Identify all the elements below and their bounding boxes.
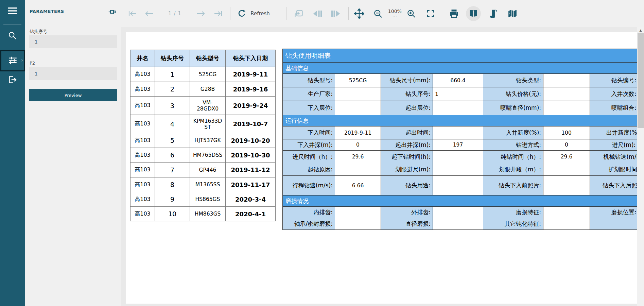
- field-value: [543, 218, 590, 230]
- sidebar-item-exit[interactable]: [0, 71, 25, 90]
- refresh-button[interactable]: Refresh: [237, 9, 270, 18]
- page-info: 1 / 1: [168, 11, 181, 17]
- fullscreen-button[interactable]: [426, 9, 435, 18]
- step-back-button[interactable]: [312, 10, 323, 18]
- scroll-mode-icon: [488, 8, 499, 19]
- zoom-level-dropdown[interactable]: 100% ...: [388, 9, 402, 18]
- field-value: [433, 218, 483, 230]
- field-label: 下入井深(m):: [283, 139, 335, 151]
- field-value: 525CG: [335, 74, 381, 87]
- pan-icon: [354, 8, 364, 19]
- print-icon: [449, 8, 459, 19]
- param-label-1: 钻头序号: [30, 29, 47, 35]
- step-forward-button[interactable]: [331, 10, 341, 18]
- field-label-clipped: 钻头下入后照片:: [590, 176, 638, 196]
- cell-run-date: 2019-9-24: [226, 97, 276, 115]
- prev-page-button[interactable]: [144, 10, 154, 18]
- zoom-in-button[interactable]: [406, 9, 416, 18]
- pan-tool-button[interactable]: [354, 8, 364, 19]
- cell-bit-no: 5: [155, 133, 190, 148]
- page-total: 1: [178, 11, 181, 17]
- toolbar-separator: [286, 7, 286, 20]
- scrollbar-thumb[interactable]: [638, 33, 644, 128]
- last-page-button[interactable]: [213, 10, 223, 18]
- next-page-button[interactable]: [196, 10, 206, 18]
- field-label: 钻头尺寸(mm):: [381, 74, 433, 87]
- print-button[interactable]: [449, 8, 459, 19]
- param-input-2[interactable]: [29, 67, 117, 80]
- fullscreen-icon: [426, 9, 435, 18]
- cell-well: 高103: [130, 115, 155, 133]
- field-value: 100: [543, 126, 590, 139]
- detail-row: 生产厂家: 钻头序号:1 钻头价格(元): 入井次数:: [283, 87, 638, 101]
- field-label: 钻头下入前照片:: [483, 176, 543, 196]
- field-value: 660.4: [433, 74, 483, 87]
- detail-row: 轴承/密封磨损: 直径磨损: 其它钝化特征:: [283, 218, 638, 230]
- field-value: [543, 87, 590, 101]
- field-label-clipped: 进尺(m):: [590, 139, 638, 151]
- param-input-1[interactable]: [29, 35, 117, 48]
- field-value: 2019-9-11: [335, 126, 381, 139]
- field-value: [433, 176, 483, 196]
- scroll-view-button[interactable]: [488, 8, 499, 19]
- field-value: 197: [433, 139, 483, 151]
- scroll-up-arrow[interactable]: ▲: [637, 28, 644, 33]
- zoom-out-button[interactable]: [373, 9, 383, 18]
- section-basic-title: 基础信息: [283, 63, 638, 74]
- table-row: 高1039HS865GS2020-3-4: [130, 192, 276, 207]
- prev-page-icon: [144, 10, 154, 18]
- field-value: [543, 74, 590, 87]
- field-label: 钻进方式:: [483, 139, 543, 151]
- cell-bit-no: 3: [155, 97, 190, 115]
- section-wear-title: 磨损情况: [283, 196, 638, 207]
- preview-button[interactable]: Preview: [29, 89, 117, 101]
- field-label: 划眼井段（m）:: [483, 163, 543, 176]
- exit-icon: [8, 75, 17, 86]
- field-value: 29.6: [543, 151, 590, 163]
- sidebar-item-search[interactable]: [0, 27, 25, 46]
- page-number-input[interactable]: 1: [168, 11, 172, 17]
- cell-bit-no: 10: [155, 207, 190, 221]
- report-page: 井名 钻头序号 钻头型号 钻头下入日期 高1031525CG2019-9-11 …: [126, 32, 637, 304]
- cell-well: 高103: [130, 148, 155, 163]
- field-label: 喷嘴直径(mm):: [483, 101, 543, 115]
- export-button[interactable]: [294, 9, 303, 18]
- field-value: [433, 207, 483, 218]
- zoom-level-value: 100%: [388, 9, 402, 14]
- col-header-bit-no: 钻头序号: [155, 50, 190, 67]
- field-label: 起下钻时间(h):: [381, 151, 433, 163]
- table-row: 高1036HM765DSS2019-10-30: [130, 148, 276, 163]
- field-label: 外排齿:: [381, 207, 433, 218]
- detail-row: 下入井深(m):0 起出井深(m):197 钻进方式:0 进尺(m):: [283, 139, 638, 151]
- cell-well: 高103: [130, 163, 155, 177]
- field-value: [433, 163, 483, 176]
- field-label: 进尺时间（h）:: [283, 151, 335, 163]
- table-row: 高1035HJT537GK2019-10-20: [130, 133, 276, 148]
- book-view-button[interactable]: [466, 6, 481, 21]
- chevron-right-icon: ›: [21, 58, 23, 63]
- detail-title: 钻头使用明细表: [283, 49, 638, 63]
- first-page-button[interactable]: [127, 10, 138, 18]
- step-back-icon: [312, 10, 323, 18]
- field-label: 其它钝化特征:: [483, 218, 543, 230]
- cell-bit-no: 2: [155, 82, 190, 97]
- field-label: 钻头价格(元):: [483, 87, 543, 101]
- cell-run-date: 2020-3-4: [226, 192, 276, 207]
- cell-run-date: 2019-10-20: [226, 133, 276, 148]
- table-row: 高1033VM- 28GDX02019-9-24: [130, 97, 276, 115]
- field-label-clipped: 磨损位置:: [590, 207, 638, 218]
- field-label-clipped: 扩划眼时间:: [590, 163, 638, 176]
- pin-button[interactable]: [108, 7, 117, 18]
- export-icon: [294, 9, 303, 18]
- detail-row: 内排齿: 外排齿: 磨损特征: 磨损位置:: [283, 207, 638, 218]
- parameters-icon: [8, 56, 17, 66]
- table-row: 高10310HM863GS2020-4-1: [130, 207, 276, 221]
- field-label: 直径磨损:: [381, 218, 433, 230]
- sidebar-item-parameters[interactable]: ›: [0, 50, 25, 71]
- menu-button[interactable]: [0, 2, 25, 21]
- field-value: [543, 101, 590, 115]
- cell-bit-no: 1: [155, 67, 190, 82]
- cell-run-date: 2019-10-7: [226, 115, 276, 133]
- last-page-icon: [213, 10, 223, 18]
- map-view-button[interactable]: [507, 8, 518, 19]
